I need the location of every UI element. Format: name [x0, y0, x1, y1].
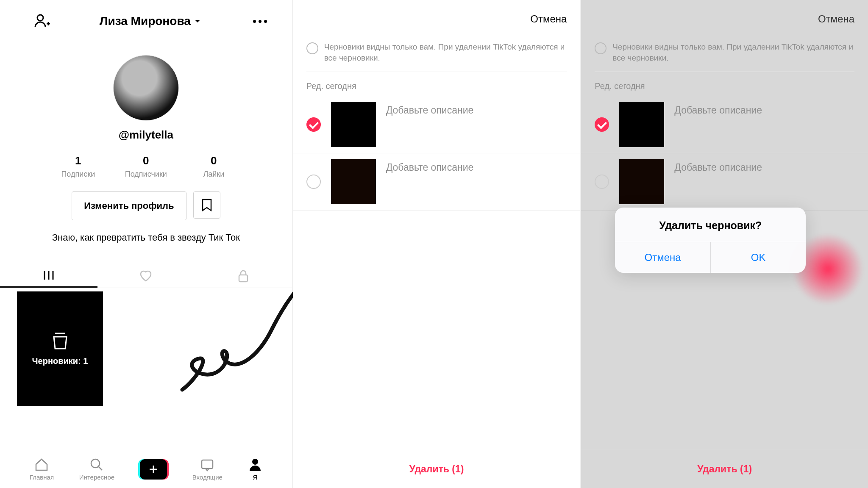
bookmark-button[interactable] — [193, 191, 220, 219]
section-label: Ред. сегодня — [293, 76, 581, 96]
draft-thumbnail[interactable] — [331, 159, 376, 204]
lock-icon — [238, 270, 249, 283]
svg-rect-12 — [202, 460, 213, 469]
tab-liked[interactable] — [97, 264, 195, 288]
video-grid: Черновики: 1 — [0, 288, 292, 409]
add-friend-icon[interactable] — [34, 13, 51, 30]
drafts-screen: Отмена Черновики видны только вам. При у… — [293, 0, 581, 488]
draft-description: Добавьте описание — [674, 102, 762, 116]
section-label: Ред. сегодня — [581, 76, 868, 96]
draft-row[interactable]: Добавьте описание — [293, 96, 581, 153]
avatar[interactable] — [113, 55, 179, 121]
delete-button[interactable]: Удалить (1) — [293, 450, 581, 488]
nav-me[interactable]: Я — [248, 458, 262, 481]
bookmark-icon — [201, 199, 212, 211]
chevron-down-icon — [194, 18, 201, 25]
drafts-icon — [52, 332, 69, 350]
dialog-cancel-button[interactable]: Отмена — [615, 242, 710, 273]
draft-thumbnail[interactable] — [331, 102, 376, 147]
draft-checkbox[interactable] — [306, 117, 321, 132]
avatar-section: @milytella — [0, 55, 292, 141]
nav-inbox[interactable]: Входящие — [192, 458, 223, 481]
profile-buttons: Изменить профиль — [0, 191, 292, 220]
svg-point-0 — [37, 15, 43, 21]
dialog-ok-button[interactable]: OK — [710, 242, 806, 273]
drafts-header: Отмена — [293, 0, 581, 38]
tab-private[interactable] — [195, 264, 292, 288]
drafts-info: Черновики видны только вам. При удалении… — [293, 38, 581, 72]
stat-followers[interactable]: 0 Подписчики — [112, 154, 180, 179]
draft-row[interactable]: Добавьте описание — [581, 153, 868, 211]
drafts-screen-dialog: Отмена Черновики видны только вам. При у… — [581, 0, 868, 488]
draft-description: Добавьте описание — [386, 102, 474, 116]
create-button[interactable] — [140, 459, 167, 480]
cancel-button[interactable]: Отмена — [530, 13, 567, 25]
drafts-info: Черновики видны только вам. При удалении… — [581, 38, 868, 72]
nav-discover[interactable]: Интересное — [79, 458, 114, 481]
delete-button[interactable]: Удалить (1) — [581, 450, 868, 488]
stat-likes[interactable]: 0 Лайки — [180, 154, 248, 179]
cancel-button[interactable]: Отмена — [818, 13, 854, 25]
heart-icon — [139, 270, 153, 282]
more-icon[interactable] — [250, 20, 271, 23]
stats-row: 1 Подписки 0 Подписчики 0 Лайки — [0, 154, 292, 179]
draft-row[interactable]: Добавьте описание — [293, 153, 581, 211]
draft-description: Добавьте описание — [386, 159, 474, 173]
draft-thumbnail[interactable] — [619, 102, 664, 147]
search-icon — [89, 458, 104, 472]
home-icon — [34, 458, 49, 472]
draft-checkbox[interactable] — [595, 175, 609, 189]
confirm-dialog: Удалить черновик? Отмена OK — [615, 208, 806, 273]
svg-point-8 — [91, 459, 100, 468]
profile-screen: Лиза Миронова @milytella 1 Подписки 0 По… — [0, 0, 292, 488]
username: @milytella — [119, 128, 173, 141]
draft-checkbox[interactable] — [595, 117, 609, 132]
tab-grid[interactable] — [0, 264, 97, 288]
draft-checkbox[interactable] — [306, 175, 321, 189]
smiley-icon — [306, 42, 318, 54]
inbox-icon — [200, 458, 214, 472]
nav-home[interactable]: Главная — [30, 458, 54, 481]
plus-icon — [148, 464, 159, 474]
display-name: Лиза Миронова — [100, 14, 191, 28]
draft-thumbnail[interactable] — [619, 159, 664, 204]
profile-tabs — [0, 264, 292, 288]
smiley-icon — [595, 42, 606, 54]
edit-profile-button[interactable]: Изменить профиль — [72, 191, 186, 220]
dialog-title: Удалить черновик? — [615, 208, 806, 242]
bio: Знаю, как превратить тебя в звезду Тик Т… — [0, 232, 292, 243]
account-switcher[interactable]: Лиза Миронова — [59, 14, 241, 28]
svg-rect-6 — [239, 275, 248, 282]
person-icon — [248, 458, 262, 472]
grid-icon — [43, 269, 55, 281]
svg-point-13 — [252, 459, 258, 465]
draft-row[interactable]: Добавьте описание — [581, 96, 868, 153]
profile-header: Лиза Миронова — [0, 0, 292, 42]
drafts-header: Отмена — [581, 0, 868, 38]
draft-description: Добавьте описание — [674, 159, 762, 173]
svg-line-9 — [99, 467, 102, 470]
drafts-tile[interactable]: Черновики: 1 — [17, 291, 103, 406]
bottom-nav: Главная Интересное Входящие Я — [0, 450, 292, 488]
stat-following[interactable]: 1 Подписки — [44, 154, 112, 179]
